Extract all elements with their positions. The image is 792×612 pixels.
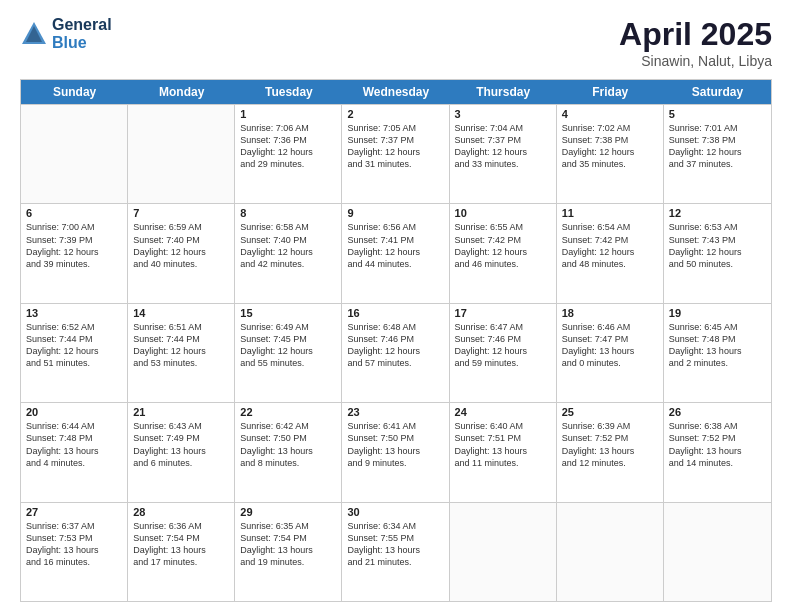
header: General Blue April 2025 Sinawin, Nalut, … [20,16,772,69]
day-number: 23 [347,406,443,418]
day-info: Sunrise: 6:54 AM Sunset: 7:42 PM Dayligh… [562,221,658,270]
title-block: April 2025 Sinawin, Nalut, Libya [619,16,772,69]
day-info: Sunrise: 6:46 AM Sunset: 7:47 PM Dayligh… [562,321,658,370]
day-number: 14 [133,307,229,319]
day-info: Sunrise: 6:37 AM Sunset: 7:53 PM Dayligh… [26,520,122,569]
day-cell-14: 14Sunrise: 6:51 AM Sunset: 7:44 PM Dayli… [128,304,235,402]
day-header-wednesday: Wednesday [342,80,449,104]
calendar-row-1: 1Sunrise: 7:06 AM Sunset: 7:36 PM Daylig… [21,104,771,203]
day-info: Sunrise: 6:53 AM Sunset: 7:43 PM Dayligh… [669,221,766,270]
day-cell-27: 27Sunrise: 6:37 AM Sunset: 7:53 PM Dayli… [21,503,128,601]
day-cell-15: 15Sunrise: 6:49 AM Sunset: 7:45 PM Dayli… [235,304,342,402]
day-info: Sunrise: 6:48 AM Sunset: 7:46 PM Dayligh… [347,321,443,370]
day-header-tuesday: Tuesday [235,80,342,104]
day-cell-19: 19Sunrise: 6:45 AM Sunset: 7:48 PM Dayli… [664,304,771,402]
calendar-row-5: 27Sunrise: 6:37 AM Sunset: 7:53 PM Dayli… [21,502,771,601]
day-cell-30: 30Sunrise: 6:34 AM Sunset: 7:55 PM Dayli… [342,503,449,601]
day-number: 24 [455,406,551,418]
day-number: 7 [133,207,229,219]
day-number: 1 [240,108,336,120]
logo-icon [20,20,48,48]
day-cell-5: 5Sunrise: 7:01 AM Sunset: 7:38 PM Daylig… [664,105,771,203]
day-info: Sunrise: 6:45 AM Sunset: 7:48 PM Dayligh… [669,321,766,370]
day-info: Sunrise: 6:56 AM Sunset: 7:41 PM Dayligh… [347,221,443,270]
day-number: 12 [669,207,766,219]
empty-cell [450,503,557,601]
day-cell-12: 12Sunrise: 6:53 AM Sunset: 7:43 PM Dayli… [664,204,771,302]
day-number: 17 [455,307,551,319]
day-cell-22: 22Sunrise: 6:42 AM Sunset: 7:50 PM Dayli… [235,403,342,501]
day-header-sunday: Sunday [21,80,128,104]
day-info: Sunrise: 6:51 AM Sunset: 7:44 PM Dayligh… [133,321,229,370]
day-number: 13 [26,307,122,319]
day-header-thursday: Thursday [450,80,557,104]
day-cell-21: 21Sunrise: 6:43 AM Sunset: 7:49 PM Dayli… [128,403,235,501]
day-cell-16: 16Sunrise: 6:48 AM Sunset: 7:46 PM Dayli… [342,304,449,402]
day-number: 26 [669,406,766,418]
empty-cell [557,503,664,601]
day-info: Sunrise: 7:04 AM Sunset: 7:37 PM Dayligh… [455,122,551,171]
day-cell-10: 10Sunrise: 6:55 AM Sunset: 7:42 PM Dayli… [450,204,557,302]
day-number: 20 [26,406,122,418]
day-info: Sunrise: 6:36 AM Sunset: 7:54 PM Dayligh… [133,520,229,569]
calendar-row-3: 13Sunrise: 6:52 AM Sunset: 7:44 PM Dayli… [21,303,771,402]
day-cell-17: 17Sunrise: 6:47 AM Sunset: 7:46 PM Dayli… [450,304,557,402]
day-cell-24: 24Sunrise: 6:40 AM Sunset: 7:51 PM Dayli… [450,403,557,501]
logo: General Blue [20,16,112,52]
day-info: Sunrise: 6:39 AM Sunset: 7:52 PM Dayligh… [562,420,658,469]
day-info: Sunrise: 7:02 AM Sunset: 7:38 PM Dayligh… [562,122,658,171]
day-number: 28 [133,506,229,518]
day-cell-18: 18Sunrise: 6:46 AM Sunset: 7:47 PM Dayli… [557,304,664,402]
page: General Blue April 2025 Sinawin, Nalut, … [0,0,792,612]
calendar-row-2: 6Sunrise: 7:00 AM Sunset: 7:39 PM Daylig… [21,203,771,302]
day-number: 19 [669,307,766,319]
day-info: Sunrise: 7:06 AM Sunset: 7:36 PM Dayligh… [240,122,336,171]
day-cell-20: 20Sunrise: 6:44 AM Sunset: 7:48 PM Dayli… [21,403,128,501]
calendar-row-4: 20Sunrise: 6:44 AM Sunset: 7:48 PM Dayli… [21,402,771,501]
day-header-monday: Monday [128,80,235,104]
day-number: 8 [240,207,336,219]
day-number: 3 [455,108,551,120]
day-info: Sunrise: 6:52 AM Sunset: 7:44 PM Dayligh… [26,321,122,370]
day-cell-9: 9Sunrise: 6:56 AM Sunset: 7:41 PM Daylig… [342,204,449,302]
day-info: Sunrise: 6:43 AM Sunset: 7:49 PM Dayligh… [133,420,229,469]
day-info: Sunrise: 7:01 AM Sunset: 7:38 PM Dayligh… [669,122,766,171]
day-cell-25: 25Sunrise: 6:39 AM Sunset: 7:52 PM Dayli… [557,403,664,501]
day-info: Sunrise: 6:58 AM Sunset: 7:40 PM Dayligh… [240,221,336,270]
day-number: 21 [133,406,229,418]
calendar-header: SundayMondayTuesdayWednesdayThursdayFrid… [21,80,771,104]
day-info: Sunrise: 6:47 AM Sunset: 7:46 PM Dayligh… [455,321,551,370]
day-cell-7: 7Sunrise: 6:59 AM Sunset: 7:40 PM Daylig… [128,204,235,302]
day-number: 25 [562,406,658,418]
day-cell-3: 3Sunrise: 7:04 AM Sunset: 7:37 PM Daylig… [450,105,557,203]
day-info: Sunrise: 7:00 AM Sunset: 7:39 PM Dayligh… [26,221,122,270]
logo-text: General Blue [52,16,112,52]
day-number: 5 [669,108,766,120]
location-subtitle: Sinawin, Nalut, Libya [619,53,772,69]
day-info: Sunrise: 6:55 AM Sunset: 7:42 PM Dayligh… [455,221,551,270]
day-info: Sunrise: 6:38 AM Sunset: 7:52 PM Dayligh… [669,420,766,469]
day-number: 9 [347,207,443,219]
day-cell-8: 8Sunrise: 6:58 AM Sunset: 7:40 PM Daylig… [235,204,342,302]
day-number: 10 [455,207,551,219]
day-number: 27 [26,506,122,518]
day-cell-6: 6Sunrise: 7:00 AM Sunset: 7:39 PM Daylig… [21,204,128,302]
day-number: 2 [347,108,443,120]
day-number: 22 [240,406,336,418]
empty-cell [21,105,128,203]
calendar: SundayMondayTuesdayWednesdayThursdayFrid… [20,79,772,602]
day-cell-2: 2Sunrise: 7:05 AM Sunset: 7:37 PM Daylig… [342,105,449,203]
day-number: 30 [347,506,443,518]
month-title: April 2025 [619,16,772,53]
day-info: Sunrise: 6:49 AM Sunset: 7:45 PM Dayligh… [240,321,336,370]
day-cell-29: 29Sunrise: 6:35 AM Sunset: 7:54 PM Dayli… [235,503,342,601]
day-cell-1: 1Sunrise: 7:06 AM Sunset: 7:36 PM Daylig… [235,105,342,203]
day-cell-26: 26Sunrise: 6:38 AM Sunset: 7:52 PM Dayli… [664,403,771,501]
day-cell-23: 23Sunrise: 6:41 AM Sunset: 7:50 PM Dayli… [342,403,449,501]
day-cell-28: 28Sunrise: 6:36 AM Sunset: 7:54 PM Dayli… [128,503,235,601]
day-header-friday: Friday [557,80,664,104]
day-cell-11: 11Sunrise: 6:54 AM Sunset: 7:42 PM Dayli… [557,204,664,302]
day-info: Sunrise: 6:40 AM Sunset: 7:51 PM Dayligh… [455,420,551,469]
day-number: 15 [240,307,336,319]
day-info: Sunrise: 6:59 AM Sunset: 7:40 PM Dayligh… [133,221,229,270]
